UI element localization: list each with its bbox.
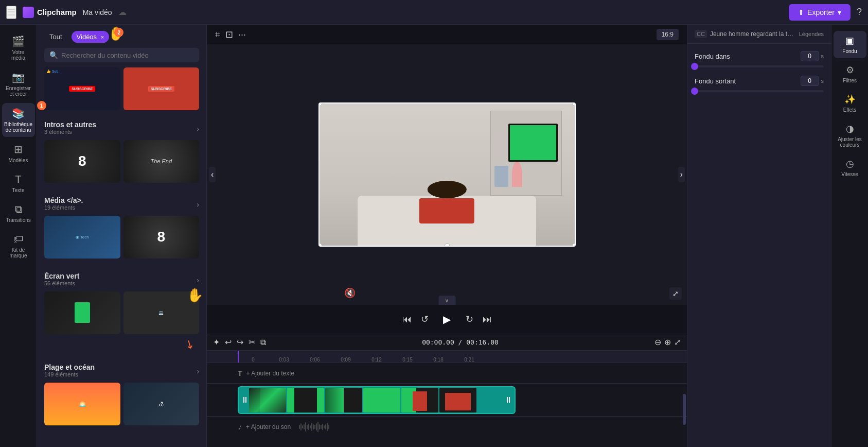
effets-icon: ✨: [844, 94, 856, 105]
wave-4: [304, 424, 305, 429]
sidebar-item-models[interactable]: ⊞ Modèles: [2, 139, 35, 167]
play-pause-button[interactable]: ▶: [438, 310, 456, 329]
help-button[interactable]: ?: [857, 7, 862, 18]
mute-button[interactable]: 🔇: [344, 287, 356, 299]
resize-handle-bm[interactable]: [445, 243, 450, 247]
layout-button[interactable]: ⊡: [225, 29, 233, 40]
filter-videos-chip[interactable]: Vidéos × ✋ 2: [72, 31, 110, 43]
undo-button[interactable]: ↩: [225, 337, 232, 347]
copy-button[interactable]: ⧉: [260, 338, 266, 347]
forward-5s-button[interactable]: ↻: [466, 314, 473, 325]
tool-filtres[interactable]: ⚙ Filtres: [834, 60, 866, 88]
sidebar-item-media[interactable]: 🎬 Votre média: [2, 31, 35, 65]
add-audio-button[interactable]: + Ajouter du son: [246, 423, 291, 431]
video-clip[interactable]: ⏸: [238, 386, 516, 414]
playback-controls: ⏮ ↺ ▶ ↻ ⏭: [207, 305, 687, 334]
fondu-dans-slider[interactable]: [695, 65, 824, 67]
greenscreen-grid: 💻 ✋ 3: [44, 291, 199, 334]
timeline-next-button[interactable]: ›: [678, 167, 685, 182]
collapse-btn[interactable]: ∨: [438, 296, 455, 305]
greenscreen-thumb1[interactable]: [44, 291, 120, 334]
search-input[interactable]: [61, 51, 194, 59]
media-thumb-subscribe2[interactable]: SUBSCRIBE: [123, 67, 200, 110]
tool-fondu[interactable]: ▣ Fondu: [834, 31, 866, 58]
fondu-icon: ▣: [845, 35, 854, 46]
zoom-controls: ⊖ ⊕ ⤢: [654, 337, 681, 347]
collapse-chevron[interactable]: ∨: [438, 295, 455, 305]
room-bg: [320, 104, 575, 246]
beach-thumb2[interactable]: 🏖: [123, 383, 200, 425]
tool-colors[interactable]: ◑ Ajuster les couleurs: [834, 119, 866, 152]
beach-header[interactable]: Plage et océan 149 éléments ›: [44, 363, 199, 380]
more-options-button[interactable]: ···: [238, 29, 246, 40]
media-header[interactable]: Média </a>. 19 éléments ›: [44, 196, 199, 213]
zoom-fit-button[interactable]: ⤢: [674, 337, 681, 347]
media-thumb1[interactable]: ◉ Tech: [44, 216, 120, 259]
tool-effets[interactable]: ✨ Effets: [834, 90, 866, 117]
resize-handle-br[interactable]: [572, 243, 576, 247]
fondu-dans-thumb[interactable]: [691, 63, 698, 70]
wave-18: [325, 424, 326, 429]
fondu-sortant-thumb[interactable]: [691, 88, 698, 95]
mute-area: 🔇: [344, 287, 356, 299]
wave-2: [300, 423, 302, 431]
filter-all-chip[interactable]: Tout: [44, 31, 67, 43]
text-label: Texte: [12, 187, 25, 193]
greenscreen-header[interactable]: Écran vert 56 éléments ›: [44, 272, 199, 288]
intros-thumb1[interactable]: 8: [44, 140, 120, 183]
project-title[interactable]: Ma vidéo: [83, 8, 112, 16]
logo-icon: [23, 7, 34, 18]
video-canvas[interactable]: ↺: [318, 102, 576, 247]
timeline-prev-button[interactable]: ‹: [209, 167, 216, 182]
add-text-button[interactable]: + Ajouter du texte: [246, 370, 295, 377]
kit-icon: 🏷: [13, 233, 24, 245]
canvas-frame: [320, 104, 575, 246]
models-icon: ⊞: [14, 143, 23, 156]
wave-6: [307, 425, 308, 429]
fondu-sortant-unit: s: [821, 78, 824, 84]
media-thumb2[interactable]: 8: [123, 216, 200, 259]
intros-header[interactable]: Intros et autres 3 éléments ›: [44, 121, 199, 137]
sidebar-item-library[interactable]: 📚 Bibliothèque de contenu 1: [2, 103, 35, 137]
greenscreen-section: Écran vert 56 éléments › 💻: [37, 267, 206, 342]
intros-thumb2[interactable]: The End: [123, 140, 200, 183]
back-5s-button[interactable]: ↺: [421, 314, 429, 325]
fullscreen-button[interactable]: ⤢: [669, 287, 682, 300]
redo-button[interactable]: ↪: [237, 337, 243, 347]
export-label: Exporter: [807, 8, 835, 16]
fondu-sortant-input[interactable]: [801, 76, 819, 86]
sidebar-item-record[interactable]: 📷 Enregistrer et créer: [2, 67, 35, 101]
fondu-dans-input[interactable]: [801, 51, 819, 61]
zoom-in-button[interactable]: ⊕: [664, 337, 671, 347]
search-box[interactable]: 🔍: [44, 48, 199, 62]
resize-handle-bl[interactable]: [318, 243, 322, 247]
timeline-scrollbar[interactable]: [683, 394, 686, 425]
skip-end-button[interactable]: ⏭: [483, 314, 492, 325]
export-button[interactable]: ⬆ Exporter ▾: [789, 4, 851, 21]
beach-title: Plage et océan: [44, 363, 95, 371]
timeline-playhead[interactable]: [238, 351, 239, 363]
magic-button[interactable]: ✦: [213, 337, 220, 347]
cut-button[interactable]: ✂: [249, 337, 255, 347]
aspect-ratio-button[interactable]: 16:9: [657, 29, 679, 40]
person-head: [427, 181, 466, 198]
sidebar-item-kit[interactable]: 🏷 Kit de marque: [2, 229, 35, 263]
beach-thumb1[interactable]: 🌅: [44, 383, 120, 425]
greenscreen-thumb2[interactable]: 💻: [123, 291, 200, 334]
couch: [358, 196, 536, 246]
rewind-button[interactable]: ⏮: [402, 314, 412, 325]
crop-button[interactable]: ⌗: [215, 29, 220, 40]
video-top-bar: ⌗ ⊡ ··· 16:9: [207, 25, 687, 44]
beach-section: Plage et océan 149 éléments › 🌅 🏖: [37, 358, 206, 434]
zoom-out-button[interactable]: ⊖: [654, 337, 661, 347]
hamburger-button[interactable]: ☰: [6, 6, 16, 19]
filter-close-icon[interactable]: ×: [101, 34, 104, 40]
right-panel-body: Fondu dans s Fondu sortant s: [687, 44, 831, 447]
sidebar-item-transitions[interactable]: ⧉ Transitions: [2, 199, 35, 227]
like-text: 👍 Sub...: [46, 70, 61, 74]
media-thumb-subscribe1[interactable]: SUBSCRIBE 👍 Sub...: [44, 67, 120, 110]
tool-vitesse[interactable]: ◷ Vitesse: [834, 154, 866, 181]
intros-title: Intros et autres: [44, 121, 96, 129]
fondu-sortant-slider[interactable]: [695, 90, 824, 92]
sidebar-item-text[interactable]: T Texte: [2, 169, 35, 197]
